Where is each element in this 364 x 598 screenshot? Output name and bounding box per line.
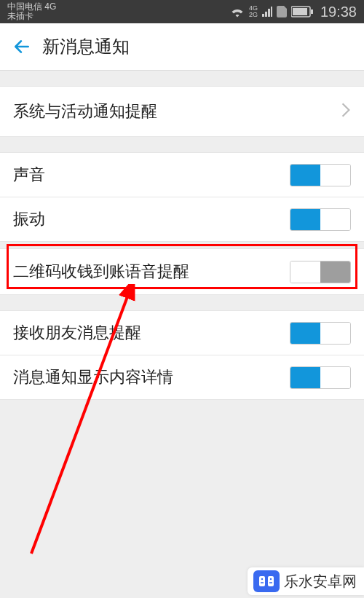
status-right: 4G2G 19:38: [230, 4, 357, 20]
nav-bar: 新消息通知: [0, 23, 364, 71]
watermark-text: 乐水安卓网: [284, 572, 357, 591]
row-qr-voice: 二维码收钱到账语音提醒: [0, 248, 364, 295]
sim-icon: [277, 6, 287, 17]
chevron-right-icon: [341, 102, 351, 121]
row-label: 接收朋友消息提醒: [13, 322, 141, 344]
row-label: 声音: [13, 164, 45, 186]
svg-point-6: [261, 578, 263, 580]
status-bar: 中国电信 4G 未插卡 4G2G 19:38: [0, 0, 364, 23]
toggle-friend-msg[interactable]: [290, 322, 351, 345]
battery-icon: [291, 6, 313, 17]
row-sound: 声音: [0, 152, 364, 197]
toggle-qr-voice[interactable]: [290, 261, 351, 283]
page-title: 新消息通知: [42, 35, 130, 58]
row-label: 系统与活动通知提醒: [13, 101, 157, 122]
row-show-detail: 消息通知显示内容详情: [0, 355, 364, 400]
row-vibrate: 振动: [0, 197, 364, 242]
section-gap: [0, 137, 364, 153]
row-label: 二维码收钱到账语音提醒: [13, 261, 189, 283]
status-carrier: 中国电信 4G 未插卡: [7, 2, 56, 21]
row-friend-msg: 接收朋友消息提醒: [0, 310, 364, 355]
net-4g: 4G2G: [249, 5, 258, 18]
status-time: 19:38: [320, 4, 357, 20]
back-arrow-icon: [12, 37, 31, 56]
toggle-show-detail[interactable]: [290, 366, 351, 389]
row-system-activity[interactable]: 系统与活动通知提醒: [0, 86, 364, 137]
svg-rect-1: [311, 9, 313, 14]
row-label: 消息通知显示内容详情: [13, 366, 173, 388]
signal-icon: [262, 7, 272, 17]
row-label: 振动: [13, 208, 45, 230]
wifi-icon: [230, 6, 245, 17]
sim-text: 未插卡: [7, 12, 56, 21]
back-button[interactable]: [7, 37, 36, 56]
watermark-logo-icon: [253, 570, 280, 592]
section-gap: [0, 295, 364, 311]
svg-rect-5: [268, 576, 274, 586]
section-gap: [0, 71, 364, 87]
svg-rect-4: [259, 576, 265, 586]
toggle-sound[interactable]: [290, 164, 351, 186]
toggle-vibrate[interactable]: [290, 208, 351, 231]
watermark: 乐水安卓网: [248, 567, 364, 595]
svg-point-7: [270, 578, 272, 580]
svg-rect-2: [293, 8, 307, 15]
